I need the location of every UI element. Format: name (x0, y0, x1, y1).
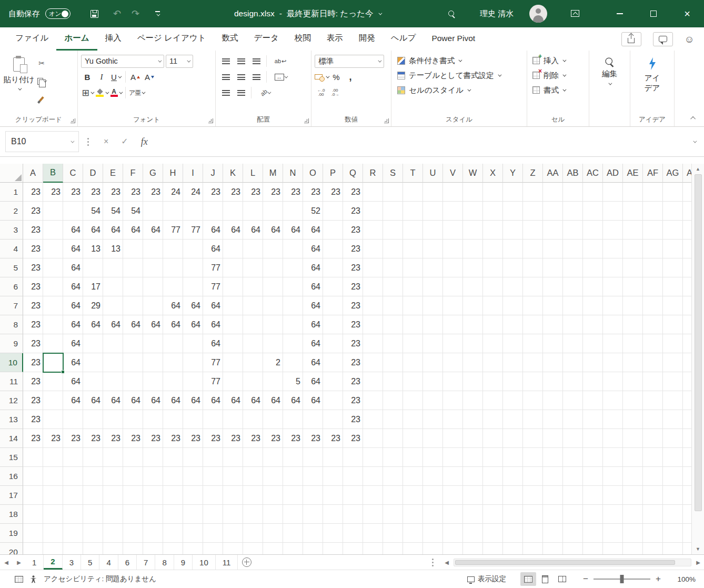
cell-R20[interactable] (363, 543, 383, 554)
cell-D12[interactable]: 64 (83, 391, 103, 410)
cell-P18[interactable] (323, 505, 343, 524)
cell-U17[interactable] (423, 486, 443, 505)
cell-AE17[interactable] (623, 486, 643, 505)
cell-L3[interactable]: 64 (243, 221, 263, 240)
cell-P14[interactable]: 23 (323, 429, 343, 448)
cell-AG4[interactable] (663, 240, 683, 258)
cell-I5[interactable] (183, 258, 203, 277)
cell-AC11[interactable] (583, 372, 603, 391)
ribbon-tab-6[interactable]: 校閲 (287, 27, 319, 51)
cell-H5[interactable] (163, 258, 183, 277)
cell-V9[interactable] (443, 334, 463, 353)
cell-T13[interactable] (403, 410, 423, 429)
cell-H1[interactable]: 24 (163, 183, 183, 202)
cell-Z20[interactable] (523, 543, 543, 554)
col-header-R[interactable]: R (363, 164, 383, 183)
cell-N18[interactable] (283, 505, 303, 524)
cell-Z2[interactable] (523, 202, 543, 221)
cell-B14[interactable]: 23 (43, 429, 63, 448)
cell-G19[interactable] (143, 524, 163, 543)
cell-AC13[interactable] (583, 410, 603, 429)
cell-F18[interactable] (123, 505, 143, 524)
cell-H8[interactable]: 64 (163, 315, 183, 334)
cell-AD9[interactable] (603, 334, 623, 353)
cell-L20[interactable] (243, 543, 263, 554)
cell-G10[interactable] (143, 353, 163, 372)
cell-F13[interactable] (123, 410, 143, 429)
cell-AA9[interactable] (543, 334, 563, 353)
cell-Q4[interactable]: 23 (343, 240, 363, 258)
col-header-AD[interactable]: AD (603, 164, 623, 183)
cell-S1[interactable] (383, 183, 403, 202)
cell-Q6[interactable]: 23 (343, 277, 363, 296)
cell-styles-button[interactable]: セルのスタイル (395, 83, 524, 97)
cell-A10[interactable]: 23 (23, 353, 43, 372)
cell-F14[interactable]: 23 (123, 429, 143, 448)
cell-K11[interactable] (223, 372, 243, 391)
cell-AF3[interactable] (643, 221, 663, 240)
cell-J2[interactable] (203, 202, 223, 221)
cell-Q15[interactable] (343, 448, 363, 467)
cell-X6[interactable] (483, 277, 503, 296)
cell-J11[interactable]: 77 (203, 372, 223, 391)
cell-T1[interactable] (403, 183, 423, 202)
cell-A18[interactable] (23, 505, 43, 524)
ribbon-tab-3[interactable]: ページ レイアウト (129, 27, 214, 51)
cell-V6[interactable] (443, 277, 463, 296)
cell-R17[interactable] (363, 486, 383, 505)
cell-AG19[interactable] (663, 524, 683, 543)
cell-W5[interactable] (463, 258, 483, 277)
cell-C3[interactable]: 64 (63, 221, 83, 240)
font-dialog-launcher[interactable] (208, 118, 213, 123)
save-icon[interactable] (90, 10, 98, 18)
editing-button[interactable]: 編集 (592, 53, 627, 85)
cell-U8[interactable] (423, 315, 443, 334)
cell-H7[interactable]: 64 (163, 296, 183, 315)
feedback-smiley-icon[interactable]: ☺ (685, 34, 695, 44)
cell-AA3[interactable] (543, 221, 563, 240)
cell-B12[interactable] (43, 391, 63, 410)
cell-Y14[interactable] (503, 429, 523, 448)
cell-AB11[interactable] (563, 372, 583, 391)
cell-G20[interactable] (143, 543, 163, 554)
cell-AF14[interactable] (643, 429, 663, 448)
cell-AD1[interactable] (603, 183, 623, 202)
cell-Z7[interactable] (523, 296, 543, 315)
maximize-button[interactable] (637, 0, 670, 27)
cell-AE19[interactable] (623, 524, 643, 543)
cell-A8[interactable]: 23 (23, 315, 43, 334)
cell-G2[interactable] (143, 202, 163, 221)
cell-D3[interactable]: 64 (83, 221, 103, 240)
cell-B2[interactable] (43, 202, 63, 221)
cell-U7[interactable] (423, 296, 443, 315)
cell-R2[interactable] (363, 202, 383, 221)
col-header-O[interactable]: O (303, 164, 323, 183)
cell-P5[interactable] (323, 258, 343, 277)
cell-H10[interactable] (163, 353, 183, 372)
cell-I15[interactable] (183, 448, 203, 467)
close-button[interactable]: × (670, 0, 704, 27)
cell-X13[interactable] (483, 410, 503, 429)
cell-D9[interactable] (83, 334, 103, 353)
page-layout-view-button[interactable] (537, 572, 553, 586)
cell-K17[interactable] (223, 486, 243, 505)
zoom-level[interactable]: 100% (671, 575, 696, 583)
sheet-nav-left-icon[interactable]: ◀ (0, 555, 13, 570)
cell-AG5[interactable] (663, 258, 683, 277)
cell-V5[interactable] (443, 258, 463, 277)
cell-I9[interactable] (183, 334, 203, 353)
cell-AE16[interactable] (623, 467, 643, 486)
cell-H17[interactable] (163, 486, 183, 505)
cell-AB15[interactable] (563, 448, 583, 467)
cell-J16[interactable] (203, 467, 223, 486)
select-all-corner[interactable] (0, 164, 23, 183)
cell-AG14[interactable] (663, 429, 683, 448)
cell-M20[interactable] (263, 543, 283, 554)
bold-button[interactable]: B (81, 70, 94, 84)
col-header-E[interactable]: E (103, 164, 123, 183)
cell-Z14[interactable] (523, 429, 543, 448)
cell-V8[interactable] (443, 315, 463, 334)
cell-X1[interactable] (483, 183, 503, 202)
cell-N11[interactable]: 5 (283, 372, 303, 391)
page-break-view-button[interactable] (554, 572, 570, 586)
